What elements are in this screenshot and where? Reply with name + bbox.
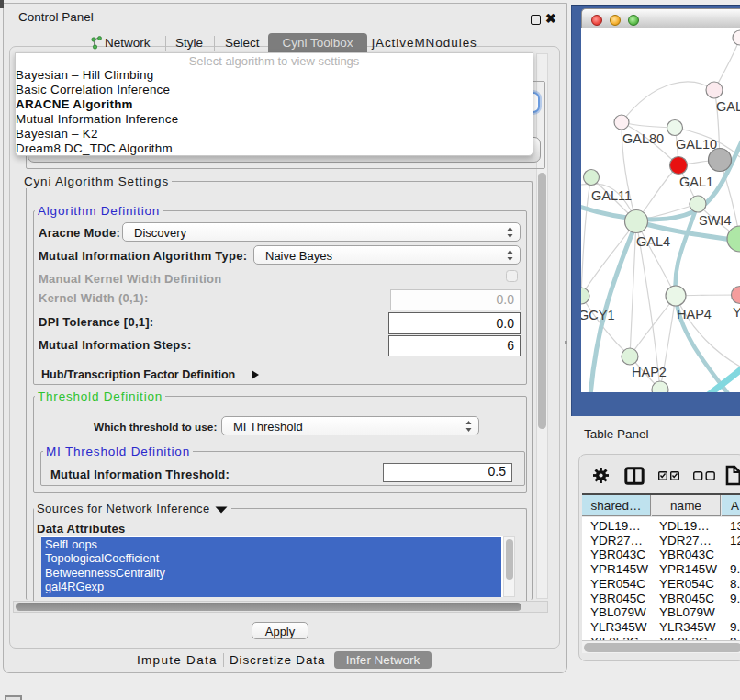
svg-text:GAL80: GAL80 [622,131,664,146]
svg-text:YJ: YJ [733,305,740,320]
svg-text:GAL7: GAL7 [716,99,740,114]
svg-text:GAL4: GAL4 [636,234,670,249]
svg-text:HAP2: HAP2 [632,365,667,379]
svg-text:SWI4: SWI4 [699,213,731,228]
svg-text:GAL11: GAL11 [591,188,632,203]
svg-text:GAL10: GAL10 [676,137,717,152]
svg-text:HAP4: HAP4 [677,307,712,322]
svg-text:GCY1: GCY1 [581,308,615,322]
svg-text:GAL1: GAL1 [679,175,713,189]
